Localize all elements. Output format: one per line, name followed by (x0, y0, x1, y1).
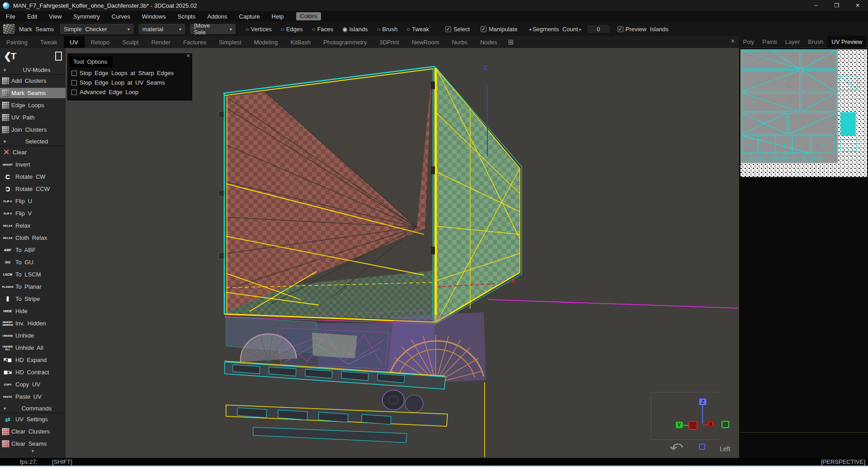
sidebar-item-paste-uv[interactable]: PASTE Paste UV (0, 391, 66, 402)
gizmo-center-button[interactable] (689, 421, 698, 430)
gizmo-extra-button[interactable] (722, 421, 729, 428)
sidebar-item-add-clusters[interactable]: Add Clusters (0, 76, 66, 86)
tab-render[interactable]: Render (145, 36, 177, 48)
sidebar-item-unhide-all[interactable]: UNHIDE ALL Unhide All (0, 343, 66, 353)
tab-painting[interactable]: Painting (0, 36, 34, 48)
sidebar-item-edge-loops[interactable]: Edge Loops (0, 100, 66, 110)
menu-addons[interactable]: Addons (201, 11, 233, 22)
tab-layer[interactable]: Layer (781, 36, 804, 48)
tab-kitbash[interactable]: KitBash (284, 36, 317, 48)
panel-box-icon[interactable] (55, 52, 62, 61)
axis-gizmo[interactable] (651, 392, 732, 440)
spin-left-icon[interactable]: ◂ (528, 27, 533, 32)
tab-poly[interactable]: Poly (739, 36, 758, 48)
radio-vertices[interactable]: ○ Vertices (245, 26, 272, 33)
sidebar-item-copy-uv[interactable]: COPY Copy UV (0, 379, 66, 390)
radio-brush[interactable]: ○ Brush (377, 26, 398, 33)
section-uv-modes[interactable]: ▼ UV-Modes (0, 66, 66, 75)
sidebar-item-to-stripe[interactable]: ⫴ To Stripe (0, 294, 66, 304)
uv-preview-image[interactable] (740, 49, 868, 177)
menu-file[interactable]: File (0, 11, 21, 22)
spin-right-icon[interactable]: ▸ (578, 27, 583, 32)
option-advanced-edge-loop[interactable]: Advanced Edge Loop (68, 87, 192, 97)
sidebar-item-flip-v[interactable]: FLIP V Flip V (0, 208, 66, 219)
tab-photogrammetry[interactable]: Photogrammetry (317, 36, 373, 48)
radio-edges[interactable]: ○ Edges (281, 26, 303, 33)
sidebar-item-uv-settings[interactable]: ⇄ UV Settings (0, 414, 66, 424)
sidebar-item-cloth-relax[interactable]: RELAX Cloth Relax (0, 233, 66, 243)
radio-tweak[interactable]: ○ Tweak (406, 26, 429, 33)
segments-count-spinner[interactable]: ◂ Segments Count ▸ (528, 26, 583, 33)
undo-arrow-icon[interactable]: ↶ (670, 440, 684, 456)
minimize-button[interactable]: – (806, 0, 826, 11)
3d-viewport[interactable]: Z X Y (66, 48, 739, 458)
select-checkbox[interactable]: ✓ Select (445, 26, 470, 33)
sidebar-item-relax[interactable]: RELAX Relax (0, 220, 66, 231)
viewport-3d-model[interactable] (66, 48, 739, 458)
mark-seams-tool-icon[interactable] (3, 24, 15, 34)
tab-nodes[interactable]: Nodes (474, 36, 504, 48)
blue-square-button[interactable] (699, 443, 705, 450)
add-tab-icon[interactable]: ⊞ (504, 38, 519, 46)
text-tool-icon[interactable]: ❮T (4, 51, 15, 62)
tab-modeling[interactable]: Modeling (248, 36, 284, 48)
sidebar-item-flip-u[interactable]: FLIP U Flip U (0, 196, 66, 206)
checkbox-icon[interactable] (71, 80, 77, 86)
gizmo-y-button[interactable]: Y (675, 421, 683, 429)
section-commands[interactable]: ▼ Commands (0, 404, 66, 413)
menu-capture[interactable]: Capture (233, 11, 266, 22)
radio-islands[interactable]: ◉ Islands (342, 26, 368, 33)
sidebar-item-clear[interactable]: ✕ Invert Clear (0, 147, 66, 157)
sidebar-item-unhide[interactable]: UNHIDE Unhide (0, 330, 66, 341)
tab-nurbs[interactable]: Nurbs (445, 36, 474, 48)
sidebar-item-hide[interactable]: HIDE Hide (0, 306, 66, 316)
radio-faces[interactable]: ○ Faces (312, 26, 333, 33)
sidebar-item-rotate-ccw[interactable]: Ɔ Rotate CCW (0, 184, 66, 194)
close-button[interactable]: ✕ (847, 0, 868, 11)
tab-retopo[interactable]: Retopo (85, 36, 116, 48)
sidebar-item-mark-seams[interactable]: Mark Seams (0, 88, 66, 98)
section-selected[interactable]: ▼ Selected (0, 137, 66, 146)
option-stop-edge-loops-sharp[interactable]: Stop Edge Loops at Sharp Edges (68, 68, 192, 78)
menu-edit[interactable]: Edit (21, 11, 43, 22)
gizmo-z-button[interactable]: Z (699, 398, 707, 405)
checker-dropdown[interactable]: Simple Checker ▾ (60, 24, 133, 34)
segments-count-field[interactable]: 0 (587, 24, 610, 33)
tab-newroom[interactable]: NewRoom (406, 36, 446, 48)
gizmo-x-button[interactable]: X (707, 420, 714, 427)
material-dropdown[interactable]: material ▾ (139, 24, 185, 34)
sidebar-item-hd-contract[interactable]: ▦⇲ HD Contract (0, 367, 66, 377)
maximize-button[interactable]: ❐ (826, 0, 847, 11)
tabbar-close-icon[interactable]: ✕ (731, 38, 735, 44)
sidebar-item-invert[interactable]: INVERT Invert (0, 159, 66, 170)
option-stop-edge-loop-uv-seams[interactable]: Stop Edge Loop at UV Seams (68, 78, 192, 87)
sidebar-item-join-clusters[interactable]: Join Clusters (0, 124, 66, 135)
menu-windows[interactable]: Windows (136, 11, 172, 22)
preview-islands-checkbox[interactable]: ✓ Preview Islands (618, 26, 669, 33)
tab-uv[interactable]: UV (64, 36, 85, 48)
sidebar-item-to-planar[interactable]: PLANAR To Planar (0, 281, 66, 292)
menu-curves[interactable]: Curves (106, 11, 136, 22)
sidebar-scroll-more-icon[interactable]: ▼ (0, 449, 66, 453)
sidebar-item-uv-path[interactable]: UV Path (0, 112, 66, 123)
menu-symmetry[interactable]: Symmetry (67, 11, 106, 22)
tab-3dprint[interactable]: 3DPrint (373, 36, 405, 48)
tab-tweak[interactable]: Tweak (34, 36, 64, 48)
sidebar-item-to-lscm[interactable]: LSCM To LSCM (0, 269, 66, 280)
colors-button[interactable]: Colors (296, 12, 321, 20)
menu-help[interactable]: Help (266, 11, 290, 22)
tab-simplest[interactable]: Simplest (212, 36, 248, 48)
move-mode-dropdown[interactable]: [Move Sele ▾ (190, 24, 236, 34)
manipulate-checkbox[interactable]: ✓ Manipulate (481, 26, 518, 33)
sidebar-item-hd-expand[interactable]: ⇱▦ HD Expand (0, 355, 66, 365)
menu-view[interactable]: View (43, 11, 67, 22)
sidebar-item-inv-hidden[interactable]: INVERT HIDDEN Inv. Hidden (0, 318, 66, 329)
sidebar-item-rotate-cw[interactable]: C Rotate CW (0, 172, 66, 182)
tab-sculpt[interactable]: Sculpt (116, 36, 145, 48)
tab-painti[interactable]: Painti (758, 36, 781, 48)
sidebar-item-to-abf[interactable]: ABF To ABF (0, 245, 66, 255)
sidebar-item-clear-clusters[interactable]: Clear Clusters (0, 426, 66, 437)
checkbox-icon[interactable] (71, 71, 77, 76)
close-icon[interactable]: ✕ (186, 53, 190, 59)
checkbox-icon[interactable] (71, 90, 77, 95)
